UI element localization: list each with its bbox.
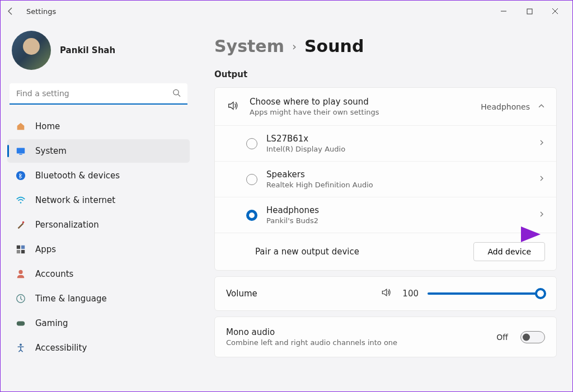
radio-unselected[interactable] bbox=[246, 138, 257, 149]
sidebar-item-accounts[interactable]: Accounts bbox=[7, 262, 190, 286]
sidebar-item-network[interactable]: Network & internet bbox=[7, 188, 190, 212]
slider-thumb[interactable] bbox=[535, 288, 546, 299]
output-card-header[interactable]: Choose where to play sound Apps might ha… bbox=[215, 88, 556, 125]
nav-label: Gaming bbox=[35, 318, 68, 328]
chevron-right-icon[interactable] bbox=[538, 211, 545, 219]
svg-point-16 bbox=[20, 344, 22, 346]
bluetooth-icon bbox=[15, 170, 26, 181]
system-icon bbox=[15, 145, 26, 157]
device-row-speakers[interactable]: Speakers Realtek High Definition Audio bbox=[215, 162, 556, 197]
sidebar: Pankil Shah Home System Bluetooth & devi… bbox=[1, 22, 196, 392]
app-title: Settings bbox=[26, 7, 56, 16]
output-current-value: Headphones bbox=[481, 102, 530, 111]
add-device-button[interactable]: Add device bbox=[473, 242, 545, 261]
nav-label: Personalization bbox=[35, 220, 99, 230]
search-wrap bbox=[10, 83, 187, 105]
nav-label: Home bbox=[35, 121, 60, 131]
volume-row[interactable]: Volume 100 bbox=[215, 277, 556, 310]
device-row-ls27b61x[interactable]: LS27B61x Intel(R) Display Audio bbox=[215, 126, 556, 162]
close-button[interactable] bbox=[542, 2, 568, 20]
volume-label: Volume bbox=[226, 289, 372, 299]
brush-icon bbox=[15, 219, 26, 230]
speaker-icon bbox=[226, 100, 239, 114]
person-icon bbox=[15, 268, 26, 280]
sidebar-item-accessibility[interactable]: Accessibility bbox=[7, 336, 190, 360]
home-icon bbox=[15, 121, 26, 132]
volume-slider[interactable] bbox=[428, 292, 545, 295]
sidebar-item-bluetooth[interactable]: Bluetooth & devices bbox=[7, 164, 190, 187]
volume-card: Volume 100 bbox=[214, 276, 557, 311]
volume-icon[interactable] bbox=[381, 287, 392, 300]
search-icon bbox=[172, 89, 181, 100]
device-sub: Pankil's Buds2 bbox=[266, 216, 529, 225]
nav-label: Accounts bbox=[35, 269, 73, 279]
chevron-right-icon[interactable] bbox=[538, 175, 545, 183]
sidebar-item-apps[interactable]: Apps bbox=[7, 238, 190, 261]
breadcrumb-parent[interactable]: System bbox=[214, 36, 284, 56]
mono-title: Mono audio bbox=[226, 327, 487, 337]
breadcrumb-current: Sound bbox=[304, 36, 364, 56]
gamepad-icon bbox=[15, 318, 26, 329]
close-icon bbox=[552, 8, 558, 15]
mono-toggle[interactable] bbox=[520, 331, 545, 343]
radio-unselected[interactable] bbox=[246, 174, 257, 185]
sidebar-item-home[interactable]: Home bbox=[7, 115, 190, 138]
mono-audio-card: Mono audio Combine left and right audio … bbox=[214, 317, 557, 357]
apps-icon bbox=[15, 244, 26, 255]
radio-selected[interactable] bbox=[246, 210, 257, 221]
search-input[interactable] bbox=[10, 83, 187, 105]
device-name: LS27B61x bbox=[266, 134, 529, 144]
back-button[interactable] bbox=[5, 6, 16, 17]
volume-value: 100 bbox=[401, 289, 419, 299]
device-name: Headphones bbox=[266, 205, 529, 215]
device-row-headphones[interactable]: Headphones Pankil's Buds2 bbox=[215, 197, 556, 233]
nav-label: Network & internet bbox=[35, 195, 115, 205]
svg-point-13 bbox=[18, 270, 22, 274]
pair-label: Pair a new output device bbox=[255, 247, 359, 257]
pair-row: Pair a new output device Add device bbox=[215, 233, 556, 270]
sidebar-item-time[interactable]: Time & language bbox=[7, 287, 190, 310]
sidebar-item-gaming[interactable]: Gaming bbox=[7, 311, 190, 335]
wifi-icon bbox=[15, 195, 26, 206]
maximize-button[interactable] bbox=[516, 2, 542, 20]
svg-rect-5 bbox=[19, 154, 22, 154]
chevron-right-icon: › bbox=[292, 40, 297, 53]
clock-icon bbox=[15, 293, 26, 304]
chevron-right-icon[interactable] bbox=[538, 139, 545, 148]
device-sub: Realtek High Definition Audio bbox=[266, 181, 529, 189]
nav-label: Time & language bbox=[35, 294, 107, 304]
mono-subtitle: Combine left and right audio channels in… bbox=[226, 338, 487, 347]
section-output-title: Output bbox=[214, 69, 557, 79]
output-card: Choose where to play sound Apps might ha… bbox=[214, 87, 557, 271]
nav-label: System bbox=[35, 146, 67, 156]
output-device-list: LS27B61x Intel(R) Display Audio Speakers… bbox=[215, 125, 556, 233]
breadcrumb: System › Sound bbox=[214, 36, 557, 56]
accessibility-icon bbox=[15, 342, 26, 353]
nav-label: Bluetooth & devices bbox=[35, 171, 120, 181]
svg-point-8 bbox=[22, 221, 25, 224]
svg-rect-4 bbox=[17, 148, 25, 154]
svg-line-3 bbox=[178, 95, 180, 97]
sidebar-item-personalization[interactable]: Personalization bbox=[7, 213, 190, 237]
chevron-up-icon bbox=[538, 102, 545, 111]
sidebar-item-system[interactable]: System bbox=[7, 139, 190, 163]
nav-label: Accessibility bbox=[35, 343, 87, 353]
titlebar: Settings bbox=[1, 1, 572, 22]
svg-rect-15 bbox=[17, 321, 25, 325]
profile-block[interactable]: Pankil Shah bbox=[7, 27, 190, 80]
svg-point-7 bbox=[20, 202, 22, 204]
svg-point-2 bbox=[173, 89, 179, 95]
svg-rect-11 bbox=[17, 250, 20, 253]
svg-rect-12 bbox=[21, 250, 25, 253]
avatar bbox=[12, 31, 51, 70]
device-sub: Intel(R) Display Audio bbox=[266, 145, 529, 153]
minimize-icon bbox=[500, 8, 507, 15]
mono-state: Off bbox=[496, 333, 508, 342]
window-controls bbox=[491, 2, 568, 20]
svg-rect-9 bbox=[17, 245, 20, 249]
nav-list: Home System Bluetooth & devices Network … bbox=[7, 115, 190, 360]
mono-row[interactable]: Mono audio Combine left and right audio … bbox=[215, 317, 556, 357]
nav-label: Apps bbox=[35, 244, 56, 254]
minimize-button[interactable] bbox=[491, 2, 516, 20]
maximize-icon bbox=[527, 8, 533, 15]
